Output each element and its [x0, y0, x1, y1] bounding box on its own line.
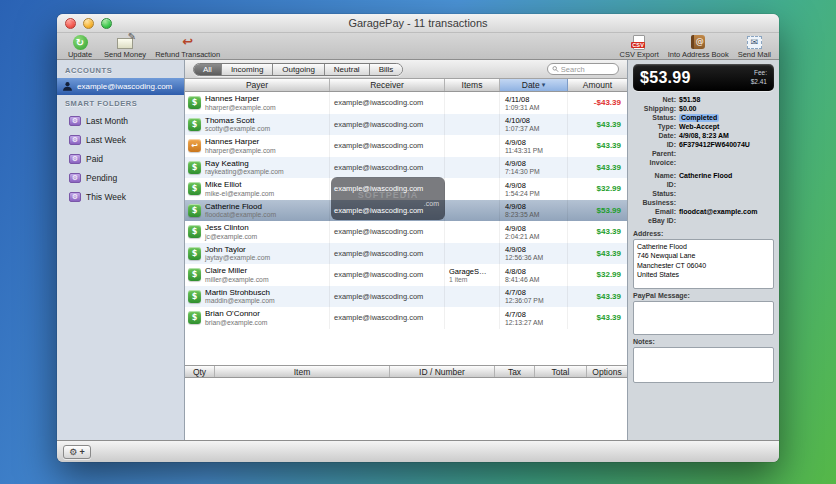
table-row[interactable]: $ Thomas Scott scotty@example.com exampl…	[185, 114, 627, 136]
table-row[interactable]: $ Mike Elliot mike-el@example.com exampl…	[185, 178, 627, 200]
sidebar-item-smart-folder[interactable]: ⚙ Last Month	[57, 111, 184, 130]
toolbar: ↻ Update ✎ Send Money ↩ Refund Transacti…	[57, 33, 779, 60]
detail-field: Status:	[633, 190, 774, 198]
table-row[interactable]: $ Claire Miller miller@example.com examp…	[185, 264, 627, 286]
account-label: example@iwascoding.com	[77, 82, 172, 91]
detail-field: Status: Completed	[633, 114, 774, 122]
transaction-type-icon: $	[188, 311, 201, 324]
fee-label: Fee:	[751, 69, 767, 77]
column-header-id-number[interactable]: ID / Number	[390, 366, 495, 377]
payer-email: maddin@example.com	[205, 297, 275, 305]
sidebar-item-smart-folder[interactable]: ⚙ Paid	[57, 149, 184, 168]
address-box: Catherine Flood746 Newqual LaneMancheste…	[633, 239, 774, 289]
into-address-book-button[interactable]: @ Into Address Book	[668, 34, 729, 59]
detail-field-label: Net:	[633, 96, 679, 104]
table-row[interactable]: $ Hannes Harper hharper@example.com exam…	[185, 92, 627, 114]
pencil-icon: ✎	[128, 31, 136, 42]
column-header-qty[interactable]: Qty	[185, 366, 215, 377]
smart-folder-label: Pending	[86, 173, 117, 183]
detail-field: ID:	[633, 181, 774, 189]
search-field[interactable]	[547, 63, 619, 75]
column-header-items[interactable]: Items	[445, 79, 500, 91]
transaction-time: 1:09:31 AM	[505, 104, 567, 111]
into-address-book-label: Into Address Book	[668, 50, 729, 59]
receiver-cell: example@iwascoding.com	[330, 200, 445, 222]
search-input[interactable]	[561, 65, 614, 74]
payer-fields: Name: Catherine Flood ID: Status:	[633, 172, 774, 225]
transaction-column-headers: Payer Receiver Items Date ▾ Amount	[185, 79, 627, 92]
refund-transaction-button[interactable]: ↩ Refund Transaction	[155, 34, 220, 59]
transaction-date: 4/10/08	[505, 116, 567, 125]
detail-field-value: floodcat@example.com	[679, 208, 774, 216]
transaction-amount: $43.39	[568, 135, 627, 157]
table-row[interactable]: $ Jess Clinton jc@example.com example@iw…	[185, 221, 627, 243]
items-list-empty	[185, 378, 627, 440]
filter-tab[interactable]: All	[194, 64, 222, 75]
table-row[interactable]: $ Martin Strohbusch maddin@example.com e…	[185, 286, 627, 308]
detail-field-label: ID:	[633, 181, 679, 189]
smart-folders-header: SMART FOLDERS	[57, 95, 184, 111]
detail-field: Name: Catherine Flood	[633, 172, 774, 180]
filter-tab[interactable]: Neutral	[325, 64, 370, 75]
transaction-type-icon: $	[188, 290, 201, 303]
detail-field-value	[679, 150, 774, 158]
notes-label: Notes:	[633, 338, 774, 345]
send-money-button[interactable]: ✎ Send Money	[104, 34, 146, 59]
sidebar-item-smart-folder[interactable]: ⚙ This Week	[57, 187, 184, 206]
receiver-cell: example@iwascoding.com	[330, 221, 445, 243]
column-header-amount[interactable]: Amount	[568, 79, 627, 91]
action-menu-button[interactable]: ⚙ +	[63, 445, 91, 459]
table-row[interactable]: $ John Taylor jaytay@example.com example…	[185, 243, 627, 265]
column-header-tax[interactable]: Tax	[495, 366, 535, 377]
sidebar-item-account[interactable]: example@iwascoding.com	[57, 78, 184, 95]
table-row[interactable]: ↩ Hannes Harper hharper@example.com exam…	[185, 135, 627, 157]
transaction-type-icon: $	[188, 225, 201, 238]
minimize-button[interactable]	[83, 18, 94, 29]
payer-name: Jess Clinton	[205, 223, 257, 233]
detail-field-value: 4/9/08, 8:23 AM	[679, 132, 774, 140]
update-icon: ↻	[73, 35, 88, 50]
column-header-receiver[interactable]: Receiver	[330, 79, 445, 91]
detail-field-label: Business:	[633, 199, 679, 207]
column-header-item[interactable]: Item	[215, 366, 390, 377]
detail-field-label: eBay ID:	[633, 217, 679, 225]
detail-field-label: ID:	[633, 141, 679, 149]
close-button[interactable]	[65, 18, 76, 29]
payer-name: Catherine Flood	[205, 202, 276, 212]
transaction-time: 1:54:24 PM	[505, 190, 567, 197]
column-header-options[interactable]: Options	[587, 366, 627, 377]
sidebar-item-smart-folder[interactable]: ⚙ Pending	[57, 168, 184, 187]
detail-field: Email: floodcat@example.com	[633, 208, 774, 216]
receiver-cell: example@iwascoding.com	[330, 135, 445, 157]
smart-folder-label: This Week	[86, 192, 126, 202]
table-row[interactable]: $ Brian O'Connor brian@example.com examp…	[185, 307, 627, 329]
item-count: 1 item	[449, 276, 499, 283]
column-header-date[interactable]: Date ▾	[500, 79, 568, 91]
address-label: Address:	[633, 230, 774, 237]
paypal-message-box[interactable]	[633, 301, 774, 335]
payer-email: floodcat@example.com	[205, 211, 276, 219]
filter-tab[interactable]: Incoming	[222, 64, 273, 75]
detail-field: ID: 6F379412FW640074U	[633, 141, 774, 149]
filter-tab[interactable]: Bills	[370, 64, 403, 75]
update-button[interactable]: ↻ Update	[65, 34, 95, 59]
sort-arrow-icon: ▾	[542, 81, 546, 89]
title-bar[interactable]: GaragePay - 11 transactions	[57, 14, 779, 33]
csv-export-button[interactable]: CSV CSV Export	[620, 34, 659, 59]
detail-field: eBay ID:	[633, 217, 774, 225]
column-header-total[interactable]: Total	[535, 366, 587, 377]
send-mail-button[interactable]: ✉ Send Mail	[738, 34, 771, 59]
column-header-payer[interactable]: Payer	[185, 79, 330, 91]
filter-tab[interactable]: Outgoing	[273, 64, 324, 75]
display-amount: $53.99	[640, 69, 751, 87]
transaction-details-panel: $53.99 Fee: $2.41 Net: $51.58 Shipping: …	[627, 60, 779, 440]
zoom-button[interactable]	[101, 18, 112, 29]
table-row[interactable]: $ Ray Keating raykeating@example.com exa…	[185, 157, 627, 179]
filter-tab-label: All	[203, 65, 212, 74]
send-money-label: Send Money	[104, 50, 146, 59]
payer-name: Hannes Harper	[205, 137, 276, 147]
smart-folder-label: Paid	[86, 154, 103, 164]
table-row[interactable]: $ Catherine Flood floodcat@example.com e…	[185, 200, 627, 222]
notes-box[interactable]	[633, 347, 774, 383]
sidebar-item-smart-folder[interactable]: ⚙ Last Week	[57, 130, 184, 149]
